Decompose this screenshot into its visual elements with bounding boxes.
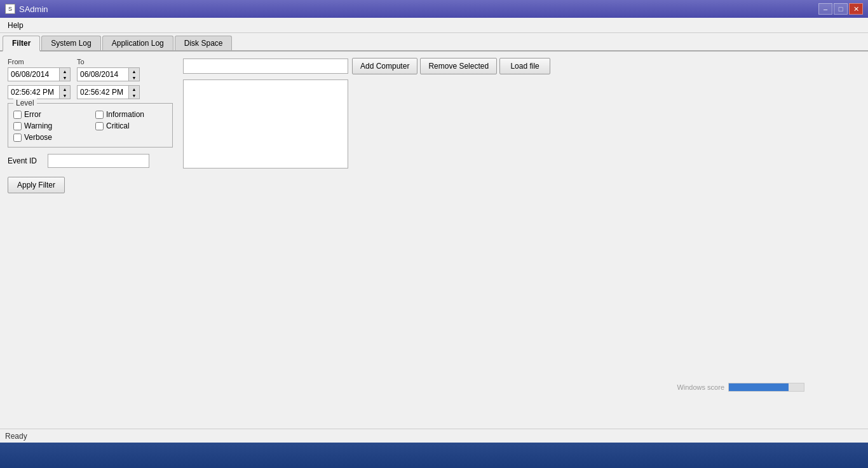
menu-bar: Help (0, 18, 868, 33)
from-date-down[interactable]: ▼ (60, 74, 70, 81)
to-date-up[interactable]: ▲ (129, 68, 139, 74)
information-checkbox[interactable] (95, 111, 104, 119)
load-file-button[interactable]: Load file (499, 58, 550, 74)
warning-checkbox[interactable] (13, 122, 22, 130)
app-icon: S (5, 4, 15, 14)
to-time-input[interactable] (78, 86, 128, 98)
filter-panel: From ▲ ▼ To ▲ ▼ (0, 52, 868, 429)
tab-filter[interactable]: Filter (3, 36, 40, 52)
left-panel: From ▲ ▼ To ▲ ▼ (8, 58, 173, 422)
checkboxes-grid: Error Information Warning Critical (13, 110, 167, 142)
level-legend: Level (13, 99, 37, 107)
to-label: To (77, 58, 140, 65)
windows-score-area: Windows score (677, 383, 804, 392)
date-row: From ▲ ▼ To ▲ ▼ (8, 58, 173, 81)
from-time-wrapper: ▲ ▼ (8, 85, 71, 99)
to-time-down[interactable]: ▼ (129, 92, 139, 99)
score-bar (728, 383, 804, 392)
to-time-spinners: ▲ ▼ (128, 86, 139, 99)
from-time-spinners: ▲ ▼ (59, 86, 70, 99)
to-date-down[interactable]: ▼ (129, 74, 139, 81)
minimize-button[interactable]: – (818, 3, 832, 15)
time-row: ▲ ▼ ▲ ▼ (8, 85, 173, 99)
error-checkbox[interactable] (13, 111, 22, 119)
warning-label: Warning (24, 121, 52, 130)
remove-selected-button[interactable]: Remove Selected (420, 58, 497, 74)
level-group: Level Error Information Warning (8, 103, 173, 148)
to-group: To ▲ ▼ (77, 58, 140, 81)
critical-label: Critical (106, 121, 130, 130)
close-button[interactable]: ✕ (849, 3, 863, 15)
checkbox-verbose: Verbose (13, 133, 85, 142)
from-group: From ▲ ▼ (8, 58, 71, 81)
information-label: Information (106, 110, 144, 119)
critical-checkbox[interactable] (95, 122, 104, 130)
log-listbox[interactable] (183, 79, 348, 169)
menu-help[interactable]: Help (3, 20, 29, 31)
from-time-group: ▲ ▼ (8, 85, 71, 99)
window-title: SAdmin (19, 4, 48, 14)
event-id-row: Event ID (8, 154, 173, 168)
from-time-down[interactable]: ▼ (60, 92, 70, 99)
from-date-up[interactable]: ▲ (60, 68, 70, 74)
to-date-wrapper: ▲ ▼ (77, 67, 140, 81)
verbose-checkbox[interactable] (13, 134, 22, 142)
main-content: Filter System Log Application Log Disk S… (0, 33, 868, 429)
apply-filter-button[interactable]: Apply Filter (8, 177, 65, 193)
from-date-wrapper: ▲ ▼ (8, 67, 71, 81)
search-input[interactable] (183, 59, 348, 74)
from-label: From (8, 58, 71, 65)
title-bar: S SAdmin – □ ✕ (0, 0, 868, 18)
taskbar (0, 443, 868, 468)
to-time-wrapper: ▲ ▼ (77, 85, 140, 99)
checkbox-critical: Critical (95, 121, 167, 130)
tab-disk-space[interactable]: Disk Space (175, 36, 233, 50)
verbose-label: Verbose (24, 133, 52, 142)
to-date-spinners: ▲ ▼ (128, 68, 139, 81)
event-id-label: Event ID (8, 156, 43, 165)
add-computer-button[interactable]: Add Computer (352, 58, 417, 74)
from-date-input[interactable] (8, 69, 59, 80)
checkbox-warning: Warning (13, 121, 85, 130)
from-time-up[interactable]: ▲ (60, 86, 70, 92)
tab-system-log[interactable]: System Log (41, 36, 100, 50)
from-date-spinners: ▲ ▼ (59, 68, 70, 81)
action-buttons: Add Computer Remove Selected Load file (352, 58, 550, 74)
checkbox-information: Information (95, 110, 167, 119)
window-controls: – □ ✕ (818, 3, 863, 15)
search-bar-row: Add Computer Remove Selected Load file (183, 58, 860, 74)
score-bar-fill (729, 383, 789, 391)
to-time-up[interactable]: ▲ (129, 86, 139, 92)
right-panel: Add Computer Remove Selected Load file (183, 58, 860, 422)
to-date-input[interactable] (78, 69, 128, 80)
tab-application-log[interactable]: Application Log (102, 36, 173, 50)
event-id-input[interactable] (48, 154, 149, 168)
windows-score-label: Windows score (677, 383, 724, 391)
status-text: Ready (5, 432, 27, 441)
checkbox-error: Error (13, 110, 85, 119)
error-label: Error (24, 110, 41, 119)
to-time-group: ▲ ▼ (77, 85, 140, 99)
tab-bar: Filter System Log Application Log Disk S… (0, 33, 868, 52)
status-bar: Ready (0, 429, 868, 443)
from-time-input[interactable] (8, 86, 59, 98)
restore-button[interactable]: □ (834, 3, 848, 15)
